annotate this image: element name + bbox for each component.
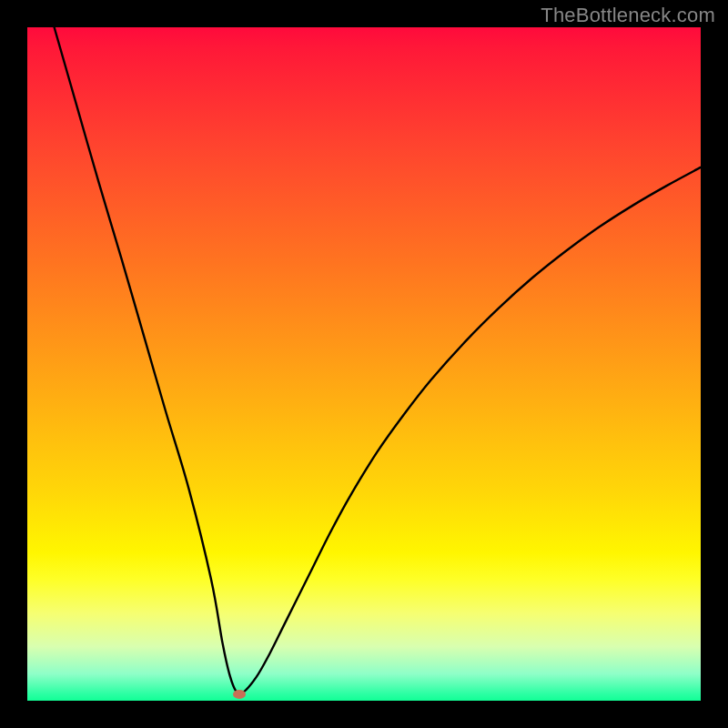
watermark-label: TheBottleneck.com <box>541 4 715 27</box>
bottleneck-curve <box>27 27 701 701</box>
min-point-marker <box>233 690 246 699</box>
chart-plot-area <box>27 27 701 701</box>
